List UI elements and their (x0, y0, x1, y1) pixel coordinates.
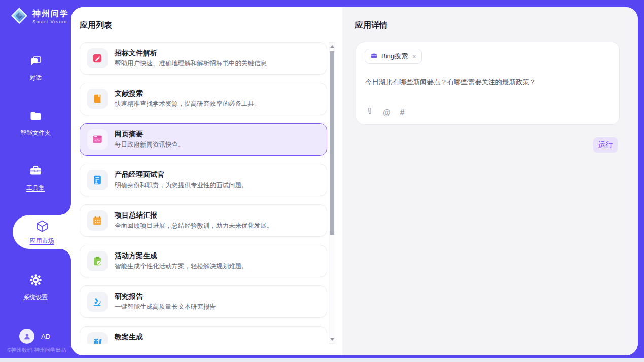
books-icon (87, 332, 108, 344)
sidebar-item-toolkit[interactable]: 工具集 (0, 164, 71, 192)
copyright-footer: ©神州数码·神州问学出品 (0, 347, 74, 354)
browser-code-icon: </> (87, 129, 108, 150)
prompt-card[interactable]: Bing搜索 × 今日湖北有哪些新闻要点？有哪些需要关注的最新政策？ @ # (356, 42, 620, 125)
gear-icon (29, 273, 43, 288)
scrollbar-track[interactable] (329, 42, 335, 344)
app-card[interactable]: 研究报告 一键智能生成高质量长文本研究报告 (80, 285, 327, 318)
app-card-description: 一键智能生成高质量长文本研究报告 (115, 303, 216, 311)
app-card[interactable]: 招标文件解析 帮助用户快速、准确地理解和解析招标书中的关键信息 (80, 42, 327, 75)
sidebar-item-label: 工具集 (26, 184, 45, 192)
sidebar-item-label: 应用市场 (30, 237, 54, 245)
tool-tag-label: Bing搜索 (381, 52, 408, 61)
scroll-up-arrow[interactable] (330, 45, 334, 48)
folder-icon (29, 109, 43, 124)
app-window: 神州问学 Smart Vision 对话 智能文件夹 (0, 0, 644, 362)
chat-icon (29, 54, 43, 69)
run-button[interactable]: 运行 (593, 137, 618, 153)
briefcase-icon (370, 52, 378, 61)
microscope-icon (87, 292, 108, 312)
app-card-title: 网页摘要 (115, 130, 185, 138)
svg-text:</>: </> (95, 138, 100, 142)
app-card-description: 全面回顾项目进展，总结经验教训，助力未来优化发展。 (115, 222, 273, 230)
cube-icon (35, 219, 49, 235)
clipboard-check-icon (87, 251, 108, 271)
hashtag-icon[interactable]: # (400, 108, 405, 117)
sidebar: 神州问学 Smart Vision 对话 智能文件夹 (0, 0, 71, 358)
close-icon[interactable]: × (412, 53, 416, 60)
person-icon (23, 332, 31, 341)
interview-icon (87, 170, 108, 190)
mention-icon[interactable]: @ (383, 108, 391, 117)
input-toolbar: @ # (365, 107, 405, 118)
scroll-down-arrow[interactable] (330, 338, 334, 341)
app-card-title: 研究报告 (115, 292, 216, 301)
app-card-description: 明确身份和职责，为您提供专业性的面试问题。 (115, 181, 248, 190)
tool-tag-bing-search[interactable]: Bing搜索 × (365, 49, 422, 64)
app-card-title: 文献搜索 (115, 89, 261, 98)
app-card-description: 帮助用户快速、准确地理解和解析招标书中的关键信息 (115, 59, 267, 68)
sidebar-item-label: 智能文件夹 (20, 129, 51, 137)
tab-curve-bottom (60, 249, 71, 260)
app-list-panel: 应用列表 招标文件解析 帮助用户快速、准确地理解和解析招标书中的关键信息 文献搜… (71, 7, 342, 355)
toolbox-icon (29, 164, 43, 179)
avatar (19, 329, 34, 344)
app-card-description: 智能生成个性化活动方案，轻松解决规划难题。 (115, 262, 248, 271)
app-card[interactable]: 项目总结汇报 全面回顾项目进展，总结经验教训，助力未来优化发展。 (80, 204, 327, 237)
app-card[interactable]: 文献搜索 快速精准查找学术资源，提高研究效率的必备工具。 (80, 83, 327, 115)
sidebar-item-label: 系统设置 (23, 293, 48, 302)
app-card[interactable]: 产品经理面试官 明确身份和职责，为您提供专业性的面试问题。 (80, 164, 327, 196)
attachment-icon[interactable] (365, 107, 374, 118)
user-account[interactable]: AD (19, 329, 50, 344)
sidebar-item-chat[interactable]: 对话 (0, 54, 71, 82)
app-card[interactable]: 活动方案生成 智能生成个性化活动方案，轻松解决规划难题。 (80, 245, 327, 277)
app-detail-panel: 应用详情 Bing搜索 × 今日湖北有哪些新闻要点？有哪些需要关注的最新政策？ (342, 7, 638, 355)
app-card-description: 每日政府新闻资讯快查。 (115, 140, 185, 149)
sidebar-item-settings[interactable]: 系统设置 (0, 273, 71, 302)
book-icon (87, 89, 108, 109)
app-detail-title: 应用详情 (355, 20, 387, 31)
prompt-text[interactable]: 今日湖北有哪些新闻要点？有哪些需要关注的最新政策？ (365, 77, 609, 87)
app-list: 招标文件解析 帮助用户快速、准确地理解和解析招标书中的关键信息 文献搜索 快速精… (80, 42, 327, 344)
notepad-icon (87, 210, 108, 231)
scrollbar-thumb[interactable] (330, 51, 334, 235)
brand-subtitle: Smart Vision (32, 19, 69, 24)
sidebar-item-smart-folder[interactable]: 智能文件夹 (0, 109, 71, 137)
app-card[interactable]: 教案生成 模板驱动，教案秒成，教学准备从此轻松快捷 (80, 326, 327, 344)
diamond-logo-icon (10, 7, 28, 27)
sidebar-item-app-market[interactable]: 应用市场 (13, 215, 71, 249)
app-card-title: 项目总结汇报 (115, 211, 273, 220)
pen-document-icon (87, 48, 108, 68)
app-card[interactable]: </> 网页摘要 每日政府新闻资讯快查。 (80, 123, 327, 156)
app-card-title: 教案生成 (115, 333, 241, 341)
app-card-title: 活动方案生成 (115, 251, 248, 260)
app-card-description: 快速精准查找学术资源，提高研究效率的必备工具。 (115, 100, 261, 108)
user-initials: AD (41, 333, 50, 340)
app-card-title: 产品经理面试官 (115, 170, 248, 179)
sidebar-item-label: 对话 (29, 74, 42, 82)
brand-name: 神州问学 (32, 9, 69, 18)
app-card-title: 招标文件解析 (115, 49, 267, 57)
app-list-title: 应用列表 (80, 20, 112, 31)
tab-curve-top (60, 204, 71, 215)
content-area: 应用列表 招标文件解析 帮助用户快速、准确地理解和解析招标书中的关键信息 文献搜… (71, 7, 638, 355)
brand-logo: 神州问学 Smart Vision (10, 7, 69, 27)
app-card-description: 模板驱动，教案秒成，教学准备从此轻松快捷 (115, 343, 241, 344)
